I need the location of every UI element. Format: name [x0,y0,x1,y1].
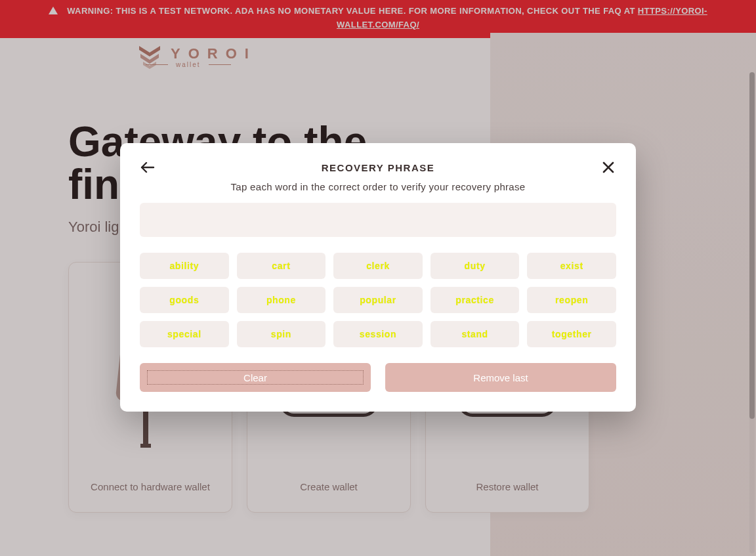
close-button[interactable] [600,161,616,173]
word-chip[interactable]: phone [237,287,326,313]
word-chip[interactable]: duty [430,253,520,279]
word-chip[interactable]: special [140,321,229,347]
word-chip[interactable]: goods [140,287,229,313]
recovery-phrase-modal: RECOVERY PHRASE Tap each word in the cor… [120,143,636,412]
modal-title: RECOVERY PHRASE [156,162,600,173]
word-chip[interactable]: ability [140,253,229,279]
selected-words-box [140,203,616,237]
word-chip[interactable]: reopen [527,287,616,313]
word-chip[interactable]: popular [333,287,423,313]
modal-action-row: Clear Remove last [140,363,616,392]
back-button[interactable] [140,161,156,173]
word-chip[interactable]: spin [237,321,326,347]
word-grid: ability cart clerk duty exist goods phon… [140,253,616,347]
modal-header: RECOVERY PHRASE [140,161,616,173]
clear-button[interactable]: Clear [140,363,371,392]
modal-instruction: Tap each word in the correct order to ve… [140,181,616,192]
word-chip[interactable]: exist [527,253,616,279]
word-chip[interactable]: clerk [333,253,423,279]
arrow-left-icon [140,161,155,173]
remove-last-button[interactable]: Remove last [385,363,616,392]
word-chip[interactable]: stand [430,321,520,347]
close-icon [602,161,614,173]
word-chip[interactable]: practice [430,287,520,313]
word-chip[interactable]: together [527,321,616,347]
word-chip[interactable]: cart [237,253,326,279]
word-chip[interactable]: session [333,321,423,347]
